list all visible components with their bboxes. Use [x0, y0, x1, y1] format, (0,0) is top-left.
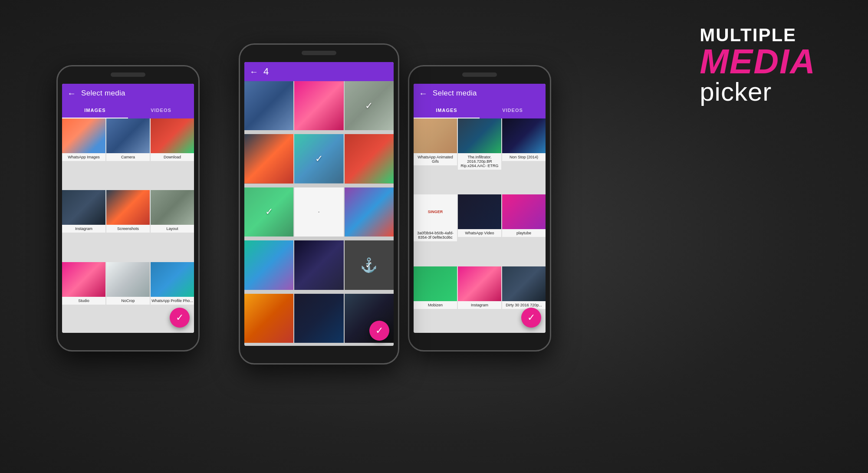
- folder-name-1: WhatsApp Images: [62, 153, 105, 161]
- phone-notch-left: [111, 72, 145, 77]
- grid-item-6[interactable]: [345, 134, 394, 186]
- screen-title-left: Select media: [81, 89, 125, 98]
- brand-picker: picker: [700, 79, 816, 105]
- folder-grid-left: WhatsApp Images Camera Download Instagra…: [62, 118, 194, 333]
- folder-uuid[interactable]: SINGER 3a0f3b94-b50b-4afd-8354-3f 0ef8e3…: [414, 194, 457, 265]
- grid-item-5[interactable]: ✓: [294, 134, 343, 186]
- grid-item-2[interactable]: [294, 81, 343, 133]
- folder-name-4: Instagram: [62, 225, 105, 233]
- folder-thumb-9: [151, 262, 194, 297]
- fab-right[interactable]: ✓: [521, 308, 541, 328]
- scene: ← Select media IMAGES VIDEOS: [0, 0, 868, 473]
- screen-content-left: ← Select media IMAGES VIDEOS: [62, 84, 194, 333]
- checkmark-icon-3: ✓: [365, 100, 373, 112]
- fab-left[interactable]: ✓: [170, 308, 190, 328]
- folder-nocrop[interactable]: NoCrop: [106, 262, 150, 333]
- folder-name-r8: Instagram: [458, 301, 501, 309]
- selection-count: 4: [263, 66, 269, 77]
- folder-infiltrator[interactable]: The.Infiltrator. 2016.720p.BR Rip.x264.A…: [458, 118, 501, 194]
- folder-thumb-r8: [458, 266, 501, 301]
- check-3: ✓: [345, 81, 394, 130]
- image-grid-center: ✓ ✓: [244, 81, 394, 346]
- phone-left: ← Select media IMAGES VIDEOS: [56, 65, 200, 351]
- folder-thumb-7: [62, 262, 105, 297]
- grid-item-3[interactable]: ✓: [345, 81, 394, 133]
- folder-download[interactable]: Download: [151, 118, 194, 189]
- phone-right: ← Select media IMAGES VIDEOS: [408, 65, 551, 351]
- img-6: [345, 134, 394, 183]
- grid-item-9[interactable]: [345, 187, 394, 240]
- folder-name-r5: WhatsApp Video: [458, 229, 501, 237]
- folder-whatsapp-video[interactable]: WhatsApp Video: [458, 194, 501, 265]
- folder-instagram-right[interactable]: Instagram: [458, 266, 501, 333]
- folder-thumb-r4: SINGER: [414, 194, 457, 229]
- folder-thumb-6: [151, 190, 194, 225]
- folder-studio[interactable]: Studio: [62, 262, 105, 333]
- img-9: [345, 187, 394, 236]
- checkmark-icon-5: ✓: [315, 153, 323, 164]
- grid-item-13[interactable]: [244, 294, 293, 346]
- img-11: [294, 240, 343, 289]
- tab-images-left[interactable]: IMAGES: [62, 103, 128, 118]
- tab-videos-left[interactable]: VIDEOS: [128, 103, 194, 118]
- grid-item-11[interactable]: [294, 240, 343, 292]
- folder-layout[interactable]: Layout: [151, 190, 194, 261]
- folder-name-r6: playtube: [502, 229, 546, 237]
- folder-name-2: Camera: [106, 153, 150, 161]
- folder-nonstop[interactable]: Non Stop (2014): [502, 118, 546, 194]
- back-button-center[interactable]: ←: [250, 67, 258, 77]
- folder-screenshots[interactable]: Screenshots: [106, 190, 150, 261]
- fab-center[interactable]: ✓: [369, 321, 389, 341]
- grid-item-12[interactable]: ⚓ ✓: [345, 240, 394, 292]
- fab-icon-right: ✓: [527, 312, 535, 323]
- brand-media: MEDIA: [700, 44, 816, 79]
- grid-item-14[interactable]: [294, 294, 343, 346]
- img-13: [244, 294, 293, 343]
- check-7: ✓: [244, 187, 293, 236]
- screen-header-right: ← Select media: [414, 84, 546, 103]
- folder-thumb-r1: [414, 118, 457, 153]
- folder-thumb-4: [62, 190, 105, 225]
- grid-item-10[interactable]: [244, 240, 293, 292]
- img-4: [244, 134, 293, 183]
- folder-name-r1: WhatsApp Animated Gifs: [414, 153, 457, 165]
- grid-item-15[interactable]: [345, 294, 394, 346]
- fab-icon-center: ✓: [375, 325, 383, 336]
- folder-thumb-3: [151, 118, 194, 153]
- checkmark-icon-12: ✓: [365, 259, 373, 271]
- folder-name-r9: Dirty 30 2016 720p...: [502, 301, 546, 309]
- screen-title-right: Select media: [433, 89, 477, 98]
- grid-item-7[interactable]: ✓: [244, 187, 293, 240]
- back-button-right[interactable]: ←: [419, 89, 427, 99]
- img-8: [294, 187, 343, 236]
- img-14: [294, 294, 343, 343]
- folder-mobizen[interactable]: Mobizen: [414, 266, 457, 333]
- screen-content-right: ← Select media IMAGES VIDEOS: [414, 84, 546, 333]
- tab-videos-right[interactable]: VIDEOS: [480, 103, 546, 118]
- folder-whatsapp-gifs[interactable]: WhatsApp Animated Gifs: [414, 118, 457, 194]
- folder-whatsapp-images[interactable]: WhatsApp Images: [62, 118, 105, 189]
- folder-name-9: WhatsApp Profile Pho...: [151, 297, 194, 305]
- fab-icon-left: ✓: [176, 312, 184, 323]
- img-1: [244, 81, 293, 130]
- check-12: ✓: [345, 240, 394, 289]
- tabs-left: IMAGES VIDEOS: [62, 103, 194, 118]
- folder-thumb-r5: [458, 194, 501, 229]
- folder-name-8: NoCrop: [106, 297, 150, 305]
- folder-thumb-2: [106, 118, 150, 153]
- folder-playtube[interactable]: playtube: [502, 194, 546, 265]
- grid-item-8[interactable]: [294, 187, 343, 240]
- grid-item-1[interactable]: [244, 81, 293, 133]
- phone-center: ← 4: [239, 43, 399, 365]
- tab-images-right[interactable]: IMAGES: [414, 103, 480, 118]
- folder-thumb-r9: [502, 266, 546, 301]
- grid-item-4[interactable]: [244, 134, 293, 186]
- folder-thumb-r7: [414, 266, 457, 301]
- back-button-left[interactable]: ←: [67, 89, 76, 99]
- folder-camera[interactable]: Camera: [106, 118, 150, 189]
- phone-screen-right: ← Select media IMAGES VIDEOS: [414, 84, 546, 333]
- folder-name-r7: Mobizen: [414, 301, 457, 309]
- folder-thumb-5: [106, 190, 150, 225]
- folder-name-r4: 3a0f3b94-b50b-4afd-8354-3f 0ef8e3cd6c: [414, 229, 457, 241]
- folder-instagram[interactable]: Instagram: [62, 190, 105, 261]
